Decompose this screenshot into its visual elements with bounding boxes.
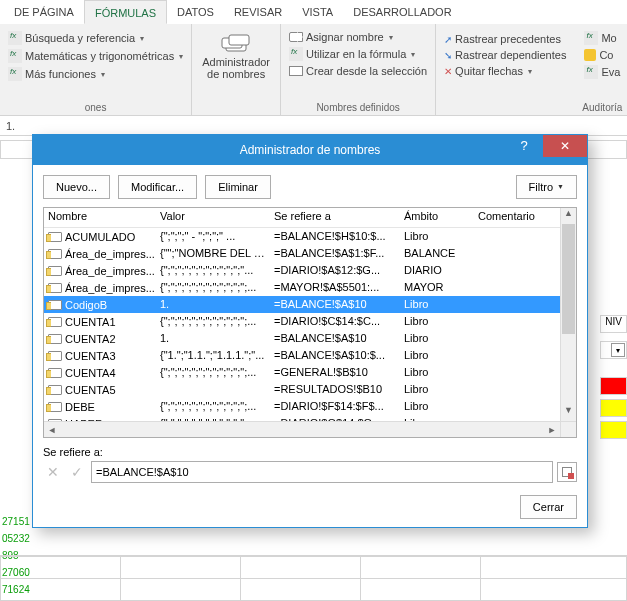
bottom-grid [0,555,627,601]
btn-eva-label: Eva [601,66,620,78]
tab-datos[interactable]: DATOS [167,0,224,24]
list-row[interactable]: ACUMULADO{";";";" - ";";";" ...=BALANCE!… [44,228,560,245]
btn-utilizar-formula[interactable]: Utilizar en la fórmula ▾ [287,46,429,62]
tab-revisar[interactable]: REVISAR [224,0,292,24]
list-row[interactable]: CUENTA3{"1.";"1.1.";"1.1.1.";"...=BALANC… [44,347,560,364]
col-nombre[interactable]: Nombre [44,208,156,227]
col-valor[interactable]: Valor [156,208,270,227]
defined-name-icon [48,232,62,242]
col-ambito[interactable]: Ámbito [400,208,474,227]
help-button[interactable]: ? [509,135,539,157]
btn-asignar-label: Asignar nombre [306,31,384,43]
col-refiere[interactable]: Se refiere a [270,208,400,227]
side-niv: NIV [600,315,627,333]
list-vscrollbar[interactable]: ▲▼ [560,208,576,421]
trace-dependents-icon: ➘ [444,50,452,61]
list-row[interactable]: DEBE{";";";";";";";";";";";";...=DIARIO!… [44,398,560,415]
defined-name-icon [48,402,62,412]
list-row[interactable]: CodigoB1.=BALANCE!$A$10Libro [44,296,560,313]
tab-desarrollador[interactable]: DESARROLLADOR [343,0,461,24]
new-button[interactable]: Nuevo... [43,175,110,199]
tab-diseno[interactable]: DE PÁGINA [4,0,84,24]
dialog-titlebar[interactable]: Administrador de nombres ? ✕ [33,135,587,165]
close-dialog-button[interactable]: Cerrar [520,495,577,519]
list-hscrollbar[interactable]: ◄► [44,421,560,437]
btn-co-label: Co [599,49,613,61]
btn-prec-label: Rastrear precedentes [455,33,561,45]
btn-admin-label: Administrador de nombres [202,56,270,80]
leftnum-1: 05232 [0,533,32,550]
btn-eva[interactable]: Eva [582,64,622,80]
name-manager-dialog: Administrador de nombres ? ✕ Nuevo... Mo… [32,134,588,528]
ribbon: Búsqueda y referencia ▾ Matemáticas y tr… [0,24,627,116]
btn-rastrear-dependientes[interactable]: ➘ Rastrear dependientes [442,48,568,62]
btn-matematicas[interactable]: Matemáticas y trigonométricas ▾ [6,48,185,64]
tab-formulas[interactable]: FÓRMULAS [84,0,167,24]
define-name-icon [289,32,303,42]
names-list[interactable]: Nombre Valor Se refiere a Ámbito Comenta… [43,207,577,438]
btn-mas-label: Más funciones [25,68,96,80]
ribbon-tabs: DE PÁGINA FÓRMULAS DATOS REVISAR VISTA D… [0,0,627,24]
defined-name-icon [48,249,62,259]
side-dropdown-cell[interactable]: ▾ [600,341,627,359]
range-selector-button[interactable] [557,462,577,482]
btn-busqueda-label: Búsqueda y referencia [25,32,135,44]
error-check-icon [584,49,596,61]
create-from-selection-icon [289,66,303,76]
btn-rastrear-precedentes[interactable]: ➚ Rastrear precedentes [442,32,568,46]
trace-precedents-icon: ➚ [444,34,452,45]
math-icon [8,49,22,63]
list-row[interactable]: Área_de_impres...{";";";";";";";";";";";… [44,262,560,279]
btn-matematicas-label: Matemáticas y trigonométricas [25,50,174,62]
refersto-cancel-icon[interactable]: ✕ [43,462,63,482]
dialog-title: Administrador de nombres [240,143,381,157]
more-fn-icon [8,67,22,81]
delete-button[interactable]: Eliminar [205,175,271,199]
btn-busqueda[interactable]: Búsqueda y referencia ▾ [6,30,185,46]
lookup-icon [8,31,22,45]
btn-quitar-flechas[interactable]: ✕ Quitar flechas ▾ [442,64,568,78]
edit-button[interactable]: Modificar... [118,175,197,199]
name-manager-icon [220,30,252,56]
btn-admin-nombres[interactable]: Administrador de nombres [198,26,274,80]
list-row[interactable]: Área_de_impres...{"";"NOMBRE DEL N...=BA… [44,245,560,262]
evaluate-icon [584,65,598,79]
group-nombres-title: Nombres definidos [287,102,429,115]
btn-asignar-nombre[interactable]: Asignar nombre ▾ [287,30,429,44]
btn-co[interactable]: Co [582,48,622,62]
list-row[interactable]: Área_de_impres...{";";";";";";";";";";";… [44,279,560,296]
show-formulas-icon [584,31,598,45]
group-funciones-title: ones [6,102,185,115]
btn-crear-label: Crear desde la selección [306,65,427,77]
refersto-input[interactable] [91,461,553,483]
close-button[interactable]: ✕ [543,135,587,157]
use-in-formula-icon [289,47,303,61]
refersto-label: Se refiere a: [43,446,577,458]
list-row[interactable]: CUENTA5=RESULTADOS!$B10Libro [44,381,560,398]
btn-mas-funciones[interactable]: Más funciones ▾ [6,66,185,82]
list-row[interactable]: CUENTA1{";";";";";";";";";";";";...=DIAR… [44,313,560,330]
col-comentario[interactable]: Comentario [474,208,550,227]
btn-mo[interactable]: Mo [582,30,622,46]
defined-name-icon [48,368,62,378]
filter-button[interactable]: Filtro▼ [516,175,577,199]
defined-name-icon [48,351,62,361]
btn-dep-label: Rastrear dependientes [455,49,566,61]
list-header[interactable]: Nombre Valor Se refiere a Ámbito Comenta… [44,208,560,228]
side-yellow-cell-2 [600,421,627,439]
defined-name-icon [48,300,62,310]
refersto-accept-icon[interactable]: ✓ [67,462,87,482]
leftnum-0: 27151 [0,516,32,533]
list-row[interactable]: CUENTA4{";";";";";";";";";";";";...=GENE… [44,364,560,381]
defined-name-icon [48,334,62,344]
tab-vista[interactable]: VISTA [292,0,343,24]
btn-crear-seleccion[interactable]: Crear desde la selección [287,64,429,78]
name-box-value[interactable]: 1. [0,120,21,132]
btn-quitar-label: Quitar flechas [455,65,523,77]
defined-name-icon [48,266,62,276]
list-row[interactable]: CUENTA21.=BALANCE!$A$10Libro [44,330,560,347]
group-auditoria-title: Auditoría [442,102,622,115]
remove-arrows-icon: ✕ [444,66,452,77]
svg-rect-2 [229,35,249,45]
side-cells: NIV ▾ [600,315,627,439]
